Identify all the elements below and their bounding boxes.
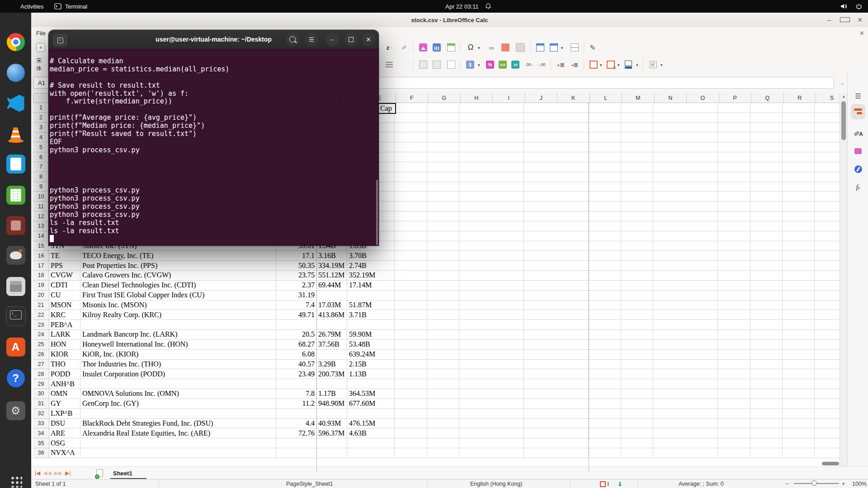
previous-sheet-icon[interactable]: ◀◀ xyxy=(43,470,51,476)
cell-marketcap[interactable] xyxy=(347,448,395,458)
row-header[interactable]: 32 xyxy=(33,409,49,419)
row-header[interactable]: 15 xyxy=(33,241,49,251)
close-button[interactable]: ✕ xyxy=(855,16,864,23)
vertical-scrollbar-thumb[interactable] xyxy=(841,101,846,140)
cell-volume[interactable]: 3.29B xyxy=(317,360,347,369)
column-header[interactable]: F xyxy=(396,93,429,103)
column-header[interactable]: J xyxy=(525,93,558,103)
restore-button[interactable] xyxy=(840,17,849,23)
cell-name[interactable] xyxy=(80,379,276,389)
cells-empty[interactable] xyxy=(395,271,840,280)
row-header[interactable]: 12 xyxy=(33,211,49,221)
row-header[interactable]: 7 xyxy=(33,162,49,172)
cell-name[interactable]: OMNOVA Solutions Inc. (OMN) xyxy=(80,389,276,399)
blue-orb-icon[interactable] xyxy=(5,62,26,83)
cells-empty[interactable] xyxy=(395,310,840,319)
cell-volume[interactable] xyxy=(317,379,347,389)
cell-name[interactable] xyxy=(80,409,276,418)
libreoffice-calc-icon[interactable] xyxy=(5,185,26,205)
terminal-body[interactable]: # Calculate medianmedian_price = statist… xyxy=(48,49,379,246)
activities-button[interactable]: Activities xyxy=(20,0,43,13)
row-header[interactable]: 30 xyxy=(33,389,49,399)
cell-volume[interactable] xyxy=(317,409,347,418)
cell-name[interactable] xyxy=(80,438,276,448)
new-document-icon[interactable]: + xyxy=(36,43,45,52)
row-header[interactable]: 18 xyxy=(33,271,49,281)
cells-empty[interactable] xyxy=(395,389,840,399)
row-header[interactable]: 6 xyxy=(33,152,49,162)
cells-empty[interactable] xyxy=(395,241,840,251)
special-character-icon[interactable]: Ω xyxy=(466,43,475,52)
hyperlink-icon[interactable]: ∞ xyxy=(487,43,496,52)
border-style-dropdown[interactable]: ▾ xyxy=(618,63,620,67)
freeze-dropdown[interactable]: ▾ xyxy=(561,46,563,50)
cell-ticker[interactable]: KRC xyxy=(49,310,80,319)
row-header[interactable]: 21 xyxy=(33,300,49,310)
column-header[interactable]: N xyxy=(655,93,687,103)
cell-marketcap[interactable]: 51.87M xyxy=(347,300,395,310)
cell-price[interactable]: 2.37 xyxy=(276,281,317,290)
cells-empty[interactable] xyxy=(395,379,840,389)
cells-empty[interactable] xyxy=(395,340,840,349)
column-header[interactable]: Q xyxy=(751,93,784,103)
cell-volume[interactable] xyxy=(317,448,347,458)
cell-ticker[interactable]: HON xyxy=(49,340,80,349)
terminal-app-icon[interactable] xyxy=(5,306,26,326)
sheet-tab[interactable]: Sheet1 xyxy=(113,467,132,479)
vertical-scrollbar[interactable]: ▲ ▼ xyxy=(840,93,847,472)
cells-empty[interactable] xyxy=(395,113,840,122)
cell-name[interactable]: Alexandria Real Estate Equities, Inc. (A… xyxy=(80,428,276,438)
terminal-titlebar[interactable]: + user@user-virtual-machine: ~/Desktop ☰… xyxy=(48,30,379,49)
row-header[interactable]: 27 xyxy=(33,360,49,370)
cell-ticker[interactable]: THO xyxy=(49,360,80,369)
ubuntu-software-icon[interactable]: A xyxy=(5,337,26,357)
cell-name[interactable]: Kilroy Realty Corp. (KRC) xyxy=(80,310,276,319)
row-header[interactable]: 28 xyxy=(33,369,49,379)
cells-empty[interactable] xyxy=(395,291,840,300)
cells-empty[interactable] xyxy=(395,172,840,182)
last-sheet-icon[interactable]: ▶| xyxy=(65,470,71,476)
cells-empty[interactable] xyxy=(395,251,840,260)
row-header[interactable]: 2 xyxy=(33,113,49,123)
zoom-out-icon[interactable]: − xyxy=(785,479,788,488)
show-draw-functions-icon[interactable]: ✎ xyxy=(588,43,597,52)
cells-empty[interactable] xyxy=(395,448,840,458)
column-header[interactable]: S xyxy=(816,93,840,103)
cell-volume[interactable]: 200.73M xyxy=(317,369,347,379)
cell-price[interactable]: 23.49 xyxy=(276,369,317,379)
terminal-restore-icon[interactable] xyxy=(344,33,358,46)
row-header[interactable]: 36 xyxy=(33,448,49,458)
cell-volume[interactable]: 69.44M xyxy=(317,281,347,290)
cell-price[interactable]: 17.1 xyxy=(276,251,317,260)
cell-price[interactable]: 6.08 xyxy=(276,350,317,359)
cell-volume[interactable] xyxy=(317,320,347,329)
cell-volume[interactable] xyxy=(317,291,347,300)
freeze-rows-columns-icon[interactable] xyxy=(536,43,545,52)
clock[interactable]: Apr 22 03:11 xyxy=(445,0,492,13)
chrome-icon[interactable] xyxy=(5,32,26,52)
cells-empty[interactable] xyxy=(395,409,840,418)
conditional-formatting-icon[interactable] xyxy=(649,60,658,69)
cell-ticker[interactable]: PEB^A xyxy=(49,320,80,329)
background-color-icon[interactable] xyxy=(624,60,633,69)
sort-descending-icon[interactable]: z↑ xyxy=(385,43,394,52)
menu-icon[interactable]: ☰ xyxy=(305,33,318,46)
cell-marketcap[interactable]: 59.90M xyxy=(347,330,395,339)
files-icon[interactable] xyxy=(5,276,26,296)
cells-empty[interactable] xyxy=(395,152,840,162)
cell-name[interactable]: Misonix Inc. (MSON) xyxy=(80,300,276,310)
row-header[interactable]: 33 xyxy=(33,419,49,429)
settings-gear-icon[interactable]: ⚙ xyxy=(5,400,26,421)
font-name-box[interactable]: 宋体 xyxy=(36,60,45,69)
cell-marketcap[interactable]: 53.48B xyxy=(347,340,395,349)
cells-empty[interactable] xyxy=(395,162,840,172)
functions-icon[interactable]: fx xyxy=(848,183,868,191)
cell-name[interactable]: Honeywell International Inc. (HON) xyxy=(80,340,276,349)
conditional-formatting-dropdown[interactable]: ▾ xyxy=(660,63,663,67)
split-window-icon[interactable] xyxy=(570,43,579,52)
date-format-icon[interactable]: 15 xyxy=(511,60,520,69)
cell-price[interactable]: 68.27 xyxy=(276,340,317,349)
comment-icon[interactable] xyxy=(501,43,510,52)
cell-price[interactable]: 4.4 xyxy=(276,419,317,428)
cell-price[interactable]: 7.8 xyxy=(276,389,317,399)
